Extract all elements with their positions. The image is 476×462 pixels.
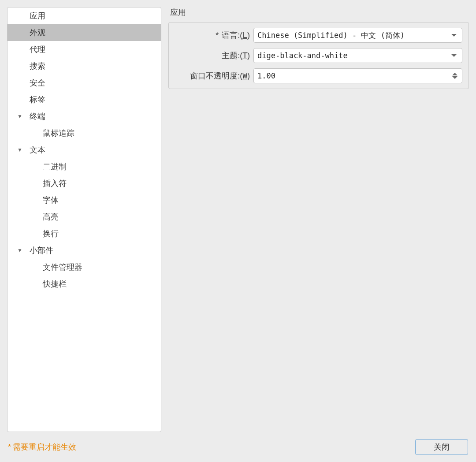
theme-value: dige-black-and-white — [257, 51, 451, 60]
opacity-label: 窗口不透明度:(W) — [175, 71, 250, 81]
sidebar-item-label: 文本 — [30, 145, 45, 155]
sidebar-item-label: 搜索 — [30, 61, 45, 71]
sidebar-item-label: 字体 — [43, 195, 59, 205]
content-pane: 应用 * 语言:(L) Chinese (Simplified) - 中文 (简… — [168, 7, 469, 432]
sidebar-item-label: 快捷栏 — [43, 279, 67, 289]
sidebar-item-label: 外观 — [30, 27, 45, 38]
sidebar-item-label: 标签 — [30, 94, 45, 105]
sidebar-item[interactable]: 快捷栏 — [7, 276, 161, 292]
theme-label-text: 主题:( — [222, 51, 242, 60]
expander-open-icon[interactable]: ▼ — [16, 247, 23, 254]
theme-combobox[interactable]: dige-black-and-white — [253, 48, 462, 63]
language-combobox[interactable]: Chinese (Simplified) - 中文 (简体) — [253, 28, 462, 43]
language-mnemonic: L — [242, 30, 247, 40]
sidebar-item-label: 高亮 — [43, 212, 59, 222]
opacity-row: 窗口不透明度:(W) 1.00 — [175, 68, 462, 83]
chevron-down-icon — [451, 34, 457, 37]
sidebar-item-label: 二进制 — [43, 161, 67, 172]
sidebar-item[interactable]: ▼文本 — [7, 142, 161, 158]
sidebar-item-label: 代理 — [30, 44, 45, 55]
sidebar-item[interactable]: ▼小部件 — [7, 242, 161, 259]
sidebar-item-label: 安全 — [30, 78, 45, 88]
spin-down-icon[interactable] — [452, 76, 457, 79]
opacity-mnemonic: W — [242, 71, 247, 80]
sidebar-item-label: 终端 — [30, 111, 45, 122]
language-value: Chinese (Simplified) - 中文 (简体) — [257, 30, 451, 41]
sidebar-item[interactable]: 换行 — [7, 225, 161, 242]
theme-row: 主题:(T) dige-black-and-white — [175, 48, 462, 63]
restart-asterisk: * — [8, 443, 11, 452]
content-title: 应用 — [168, 7, 469, 22]
required-asterisk: * — [216, 31, 221, 40]
sidebar-item[interactable]: 文件管理器 — [7, 259, 161, 276]
sidebar-item[interactable]: 代理 — [7, 41, 161, 58]
opacity-label-text: 窗口不透明度:( — [190, 71, 242, 80]
restart-note: * 需要重启才能生效 — [8, 442, 76, 452]
sidebar-item[interactable]: 字体 — [7, 192, 161, 209]
sidebar-item[interactable]: 标签 — [7, 91, 161, 108]
theme-mnemonic: T — [242, 51, 247, 60]
sidebar-item[interactable]: 二进制 — [7, 158, 161, 175]
language-row: * 语言:(L) Chinese (Simplified) - 中文 (简体) — [175, 28, 462, 43]
expander-open-icon[interactable]: ▼ — [16, 113, 23, 120]
appearance-panel: * 语言:(L) Chinese (Simplified) - 中文 (简体) … — [168, 22, 469, 89]
sidebar-item[interactable]: 外观 — [7, 24, 161, 41]
opacity-spinbox[interactable]: 1.00 — [253, 68, 462, 83]
sidebar-item-label: 小部件 — [30, 245, 53, 256]
sidebar-item-label: 应用 — [30, 11, 45, 21]
sidebar-item[interactable]: 鼠标追踪 — [7, 125, 161, 142]
expander-open-icon[interactable]: ▼ — [16, 146, 23, 153]
restart-note-text: 需要重启才能生效 — [13, 442, 76, 452]
language-label-suffix: ) — [247, 31, 250, 40]
spin-up-icon[interactable] — [452, 73, 457, 75]
theme-label: 主题:(T) — [175, 50, 250, 61]
chevron-down-icon — [451, 54, 457, 57]
sidebar-item[interactable]: ▼终端 — [7, 108, 161, 125]
language-label-text: 语言:( — [222, 31, 242, 40]
spin-buttons — [452, 73, 458, 79]
sidebar-item[interactable]: 搜索 — [7, 58, 161, 75]
sidebar-item-label: 插入符 — [43, 178, 67, 189]
sidebar-item[interactable]: 应用 — [7, 7, 161, 24]
sidebar-item-label: 文件管理器 — [43, 262, 82, 272]
settings-sidebar: 应用外观代理搜索安全标签▼终端鼠标追踪▼文本二进制插入符字体高亮换行▼小部件文件… — [7, 7, 161, 432]
language-label: * 语言:(L) — [175, 30, 250, 41]
opacity-value: 1.00 — [257, 71, 452, 80]
close-button[interactable]: 关闭 — [415, 439, 468, 455]
opacity-label-suffix: ) — [247, 71, 250, 80]
footer: * 需要重启才能生效 关闭 — [0, 436, 476, 462]
sidebar-item-label: 鼠标追踪 — [43, 128, 74, 138]
sidebar-item-label: 换行 — [43, 228, 59, 239]
theme-label-suffix: ) — [247, 51, 250, 60]
settings-tree: 应用外观代理搜索安全标签▼终端鼠标追踪▼文本二进制插入符字体高亮换行▼小部件文件… — [7, 7, 161, 292]
sidebar-item[interactable]: 插入符 — [7, 175, 161, 192]
sidebar-item[interactable]: 高亮 — [7, 209, 161, 225]
sidebar-item[interactable]: 安全 — [7, 75, 161, 91]
